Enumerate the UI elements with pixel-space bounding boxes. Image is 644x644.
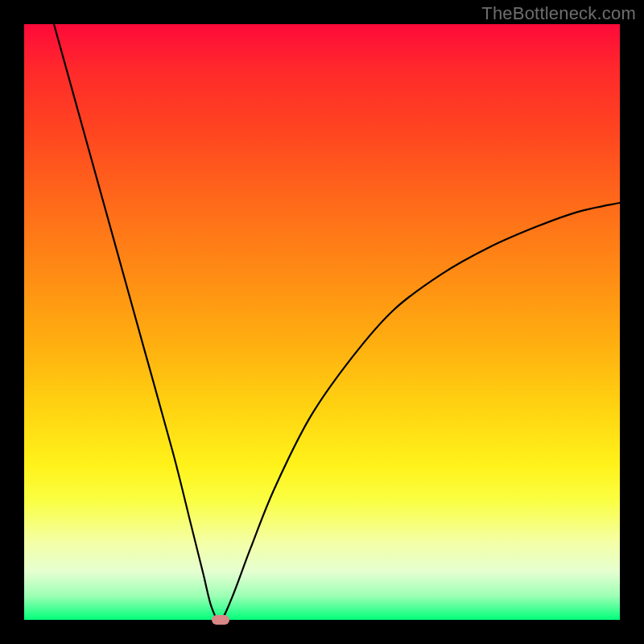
optimal-marker [212, 615, 229, 625]
watermark-text: TheBottleneck.com [481, 3, 636, 24]
chart-frame: TheBottleneck.com [0, 0, 644, 644]
plot-area [24, 24, 620, 620]
bottleneck-curve [24, 24, 620, 620]
